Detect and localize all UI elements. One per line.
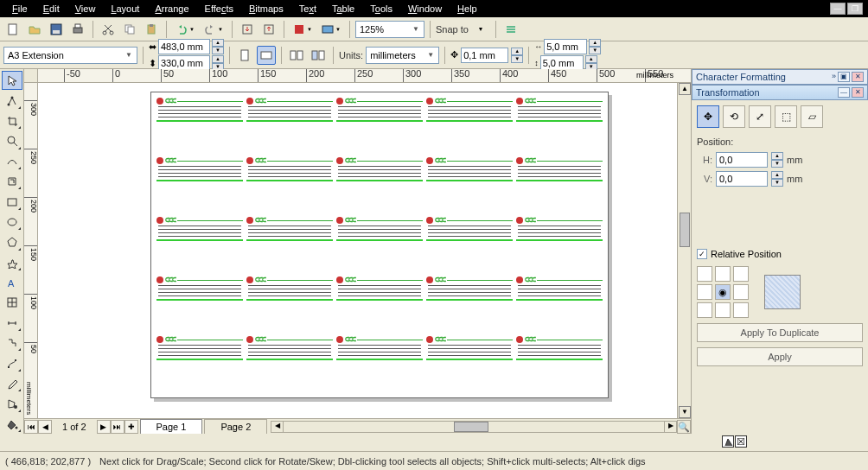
current-page-button[interactable] xyxy=(309,46,328,65)
landscape-button[interactable] xyxy=(257,46,276,65)
prev-page-button[interactable]: ◀ xyxy=(38,420,52,434)
business-card[interactable]: ᑕᑕᑕ xyxy=(246,276,333,333)
fill-tool[interactable] xyxy=(2,415,22,434)
zoom-combo[interactable]: 125%▼ xyxy=(355,21,424,38)
menu-help[interactable]: Help xyxy=(450,2,484,16)
page-tab-1[interactable]: Page 1 xyxy=(140,419,203,435)
rectangle-tool[interactable] xyxy=(2,192,22,211)
nudge-up[interactable]: ▲ xyxy=(511,48,523,55)
apply-button[interactable]: Apply xyxy=(697,347,863,366)
menu-arrange[interactable]: Arrange xyxy=(148,2,195,16)
options-button[interactable] xyxy=(501,20,520,39)
scrollbar-vertical[interactable]: ▲ ▼ xyxy=(677,83,691,418)
menu-layout[interactable]: Layout xyxy=(104,2,146,16)
position-h-field[interactable]: 0,0 xyxy=(716,152,768,168)
apply-duplicate-button[interactable]: Apply To Duplicate xyxy=(697,323,863,342)
scrollbar-horizontal[interactable]: ◀ ▶ xyxy=(271,421,677,433)
business-card[interactable]: ᑕᑕᑕ xyxy=(516,217,603,273)
business-card[interactable]: ᑕᑕᑕ xyxy=(426,336,513,392)
menu-effects[interactable]: Effects xyxy=(198,2,240,16)
polygon-tool[interactable] xyxy=(2,232,22,251)
dup-x-field[interactable] xyxy=(544,39,587,54)
business-card[interactable]: ᑕᑕᑕ xyxy=(516,336,603,392)
scroll-down-button[interactable]: ▼ xyxy=(679,406,691,418)
basic-shapes-tool[interactable] xyxy=(2,253,22,272)
welcome-button[interactable]: ▼ xyxy=(318,20,344,39)
position-mode-button[interactable]: ✥ xyxy=(697,105,719,128)
portrait-button[interactable] xyxy=(235,46,254,65)
copy-button[interactable] xyxy=(120,20,139,39)
shape-tool[interactable] xyxy=(2,91,22,110)
all-pages-button[interactable] xyxy=(287,46,306,65)
width-up[interactable]: ▲ xyxy=(212,39,224,47)
relative-position-checkbox[interactable]: ✓ xyxy=(697,249,707,259)
business-card[interactable]: ᑕᑕᑕ xyxy=(156,276,243,333)
trans-close-button[interactable]: ✕ xyxy=(852,87,864,98)
ellipse-tool[interactable] xyxy=(2,213,22,232)
business-card[interactable]: ᑕᑕᑕ xyxy=(516,276,603,333)
print-button[interactable] xyxy=(68,20,87,39)
menu-window[interactable]: Window xyxy=(401,2,449,16)
save-button[interactable] xyxy=(47,20,66,39)
undo-button[interactable]: ▼ xyxy=(172,20,198,39)
export-button[interactable] xyxy=(259,20,278,39)
business-card[interactable]: ᑕᑕᑕ xyxy=(156,336,243,392)
ruler-vertical[interactable]: 30025020015010050 millimeters xyxy=(24,83,38,418)
connector-tool[interactable] xyxy=(2,333,22,352)
skew-mode-button[interactable]: ▱ xyxy=(801,105,823,128)
width-down[interactable]: ▼ xyxy=(212,47,224,54)
import-button[interactable] xyxy=(238,20,257,39)
business-card[interactable]: ᑕᑕᑕ xyxy=(336,98,423,154)
business-card[interactable]: ᑕᑕᑕ xyxy=(336,336,423,392)
dimension-tool[interactable] xyxy=(2,314,22,333)
business-card[interactable]: ᑕᑕᑕ xyxy=(156,157,243,213)
window-minimize-button[interactable]: — xyxy=(830,3,846,15)
add-page-button[interactable]: ✚ xyxy=(124,420,138,434)
char-close-button[interactable]: ✕ xyxy=(852,72,864,82)
page-width-field[interactable] xyxy=(158,39,210,54)
business-card[interactable]: ᑕᑕᑕ xyxy=(336,276,423,333)
no-fill-swatch[interactable]: ☒ xyxy=(735,435,747,448)
fill-swatch[interactable] xyxy=(722,435,734,448)
business-card[interactable]: ᑕᑕᑕ xyxy=(246,336,333,392)
next-page-button[interactable]: ▶ xyxy=(97,420,111,434)
pick-tool[interactable] xyxy=(2,71,22,90)
char-formatting-docker-header[interactable]: Character Formatting »▣✕ xyxy=(692,69,868,85)
business-card[interactable]: ᑕᑕᑕ xyxy=(516,98,603,154)
business-card[interactable]: ᑕᑕᑕ xyxy=(246,98,333,154)
menu-bitmaps[interactable]: Bitmaps xyxy=(242,2,290,16)
scroll-thumb[interactable] xyxy=(680,213,690,247)
business-card[interactable]: ᑕᑕᑕ xyxy=(516,157,603,213)
first-page-button[interactable]: ⏮ xyxy=(24,420,38,434)
nudge-field[interactable] xyxy=(461,48,508,63)
zoom-tool[interactable] xyxy=(2,131,22,150)
units-combo[interactable]: millimeters▼ xyxy=(366,47,439,64)
freehand-tool[interactable] xyxy=(2,152,22,171)
business-card[interactable]: ᑕᑕᑕ xyxy=(336,217,423,273)
menu-table[interactable]: Table xyxy=(325,2,361,16)
interactive-tool[interactable] xyxy=(2,353,22,372)
crop-tool[interactable] xyxy=(2,111,22,130)
text-tool[interactable]: A xyxy=(2,273,22,292)
business-card[interactable]: ᑕᑕᑕ xyxy=(426,157,513,213)
trans-collapse-button[interactable]: — xyxy=(838,87,850,98)
char-expand-button[interactable]: ▣ xyxy=(838,72,850,82)
menu-edit[interactable]: Edit xyxy=(36,2,67,16)
nudge-down[interactable]: ▼ xyxy=(511,55,523,63)
redo-button[interactable]: ▼ xyxy=(201,20,227,39)
outline-tool[interactable] xyxy=(2,394,22,413)
eyedropper-tool[interactable] xyxy=(2,374,22,393)
business-card[interactable]: ᑕᑕᑕ xyxy=(426,217,513,273)
page-tab-2[interactable]: Page 2 xyxy=(204,419,267,435)
smart-fill-tool[interactable] xyxy=(2,172,22,191)
size-mode-button[interactable]: ⬚ xyxy=(775,105,797,128)
position-v-field[interactable]: 0,0 xyxy=(716,171,768,187)
business-card[interactable]: ᑕᑕᑕ xyxy=(246,217,333,273)
anchor-grid[interactable]: ◉ xyxy=(697,266,749,318)
menu-text[interactable]: Text xyxy=(292,2,323,16)
rotate-mode-button[interactable]: ⟲ xyxy=(723,105,745,128)
business-card[interactable]: ᑕᑕᑕ xyxy=(336,157,423,213)
business-card[interactable]: ᑕᑕᑕ xyxy=(426,276,513,333)
menu-tools[interactable]: Tools xyxy=(363,2,399,16)
canvas[interactable]: ᑕᑕᑕᑕᑕᑕᑕᑕᑕᑕᑕᑕᑕᑕᑕᑕᑕᑕᑕᑕᑕᑕᑕᑕᑕᑕᑕᑕᑕᑕᑕᑕᑕᑕᑕᑕᑕᑕᑕᑕ… xyxy=(38,83,677,418)
